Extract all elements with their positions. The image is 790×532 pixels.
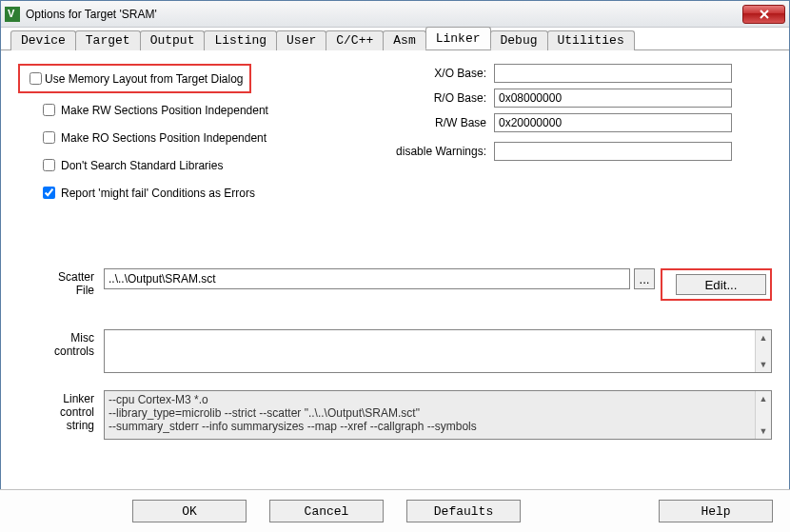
checkbox-use-memory-layout[interactable] [30,72,42,85]
close-button[interactable] [742,5,785,24]
scroll-up-icon: ▲ [756,391,771,406]
linker-control-string [105,391,755,439]
checkbox-report-might-fail[interactable] [43,187,55,199]
label-make-rw: Make RW Sections Position Independent [61,104,268,117]
app-icon [5,7,20,22]
scroll-down-icon: ▼ [756,357,771,372]
label-report-might-fail: Report 'might fail' Conditions as Errors [61,187,255,200]
tab-content-linker: Use Memory Layout from Target Dialog Mak… [1,50,789,466]
tab-linker[interactable]: Linker [425,27,491,49]
input-xo-base[interactable] [494,64,732,83]
tabstrip: Device Target Output Listing User C/C++ … [1,28,789,50]
label-rw-base: R/W Base [380,116,494,129]
scrollbar-linker-ctrl[interactable]: ▲ ▼ [755,391,771,439]
label-dont-search: Don't Search Standard Libraries [61,159,223,172]
input-rw-base[interactable] [494,113,732,132]
input-misc-controls[interactable] [105,330,755,372]
label-misc-controls: Misc controls [18,329,104,373]
tab-utilities[interactable]: Utilities [547,30,635,50]
tab-listing[interactable]: Listing [204,30,277,50]
ok-button[interactable]: OK [132,500,247,522]
window-title: Options for Target 'SRAM' [26,8,742,21]
label-linker-control-string: Linker control string [18,390,104,440]
scroll-up-icon: ▲ [756,330,771,345]
tab-device[interactable]: Device [10,30,76,50]
tab-output[interactable]: Output [140,30,206,50]
label-scatter-file: Scatter File [18,268,104,301]
cancel-button[interactable]: Cancel [269,500,384,522]
tab-asm[interactable]: Asm [383,30,425,50]
tab-target[interactable]: Target [75,30,141,50]
edit-scatter-button[interactable]: Edit... [676,274,766,295]
titlebar: Options for Target 'SRAM' [1,1,789,28]
tab-debug[interactable]: Debug [490,30,548,50]
checkbox-make-rw[interactable] [43,104,55,116]
browse-scatter-button[interactable]: ... [634,268,655,289]
defaults-button[interactable]: Defaults [406,500,521,522]
label-ro-base: R/O Base: [380,91,494,105]
highlight-use-memory-layout: Use Memory Layout from Target Dialog [18,64,251,93]
label-use-memory-layout: Use Memory Layout from Target Dialog [45,72,244,86]
help-button[interactable]: Help [659,500,773,522]
tab-ccpp[interactable]: C/C++ [326,30,384,50]
checkbox-dont-search[interactable] [43,159,55,171]
input-ro-base[interactable] [494,89,732,108]
scroll-down-icon: ▼ [756,424,771,439]
dialog-button-bar: OK Cancel Defaults Help [0,489,790,532]
input-scatter-file[interactable] [104,268,630,289]
close-icon [760,10,769,19]
tab-user[interactable]: User [276,30,326,50]
checkbox-make-ro[interactable] [43,131,55,144]
label-xo-base: X/O Base: [380,67,494,80]
input-disable-warnings[interactable] [494,142,732,161]
scrollbar-misc[interactable]: ▲ ▼ [755,330,771,372]
label-disable-warnings: disable Warnings: [380,145,494,158]
label-make-ro: Make RO Sections Position Independent [61,131,267,145]
highlight-edit-button: Edit... [661,268,772,301]
